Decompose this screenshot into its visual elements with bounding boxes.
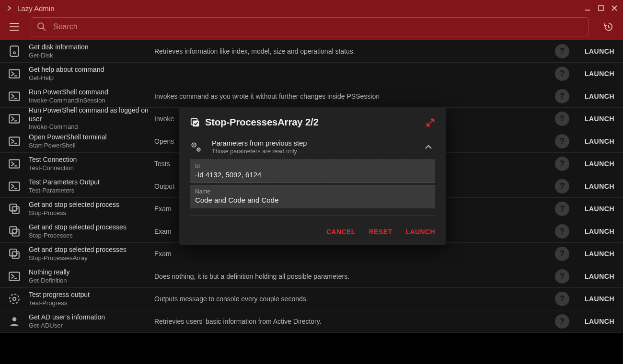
ps-icon	[7, 89, 22, 104]
item-title: Test Connection	[29, 156, 154, 164]
help-button[interactable]: ?	[555, 292, 569, 306]
svg-rect-13	[10, 227, 16, 233]
item-title: Get and stop selected processes	[29, 246, 154, 254]
param-field-id: Id -Id 4132, 5092, 6124	[190, 159, 435, 183]
launch-button[interactable]: LAUNCH	[583, 67, 616, 80]
field-value: Code and Code and Code	[195, 196, 430, 204]
launch-button[interactable]: LAUNCH	[583, 90, 616, 103]
item-text: Test progress outputTest-Progress	[29, 291, 154, 307]
ps-icon	[7, 111, 22, 126]
launch-button[interactable]: LAUNCH	[583, 135, 616, 148]
item-text: Get and stop selected processesStop-Proc…	[29, 246, 154, 262]
ps-icon	[7, 134, 22, 149]
help-button[interactable]: ?	[555, 67, 569, 81]
item-description: Invokes command as you wrote it without …	[154, 92, 555, 100]
svg-point-4	[13, 52, 15, 54]
launch-button[interactable]: LAUNCH	[583, 45, 616, 58]
menu-button[interactable]	[6, 18, 23, 35]
item-text: Run PowerShell commandInvoke-CommandInSe…	[29, 88, 154, 104]
list-item[interactable]: Test progress outputTest-ProgressOutputs…	[0, 288, 623, 310]
help-button[interactable]: ?	[555, 179, 569, 193]
item-text: Get and stop selected processesStop-Proc…	[29, 223, 154, 239]
item-subtitle: Get-Disk	[29, 52, 154, 59]
field-label: Name	[195, 188, 430, 195]
help-button[interactable]: ?	[555, 224, 569, 239]
launch-button[interactable]: LAUNCH	[583, 180, 616, 193]
help-button[interactable]: ?	[555, 247, 569, 261]
item-title: Nothing really	[29, 268, 154, 277]
help-button[interactable]: ?	[555, 112, 569, 126]
ps-icon	[7, 66, 22, 81]
search-field[interactable]	[31, 17, 588, 36]
item-subtitle: Get-Help	[29, 74, 154, 82]
launch-button[interactable]: LAUNCH	[583, 270, 616, 283]
item-text: Nothing reallyGet-Definition	[29, 268, 154, 284]
help-button[interactable]: ?	[555, 157, 569, 171]
list-item[interactable]: Get disk informationGet-DiskRetrieves in…	[0, 40, 623, 63]
help-button[interactable]: ?	[555, 89, 569, 103]
field-label: Id	[195, 163, 430, 170]
app-title: Lazy Admin	[17, 4, 55, 12]
launch-button[interactable]: LAUNCH	[583, 292, 616, 306]
item-title: Get and stop selected process	[29, 201, 154, 209]
cancel-button[interactable]: CANCEL	[326, 228, 356, 236]
item-text: Test Parameters OutputTest-Parameters	[29, 178, 154, 194]
maximize-button[interactable]	[597, 4, 605, 12]
launch-button[interactable]: LAUNCH	[583, 315, 616, 328]
launch-button[interactable]: LAUNCH	[583, 202, 616, 216]
item-subtitle: Get-ADUser	[29, 322, 154, 330]
launch-button[interactable]: LAUNCH	[583, 157, 616, 171]
history-button[interactable]	[600, 18, 617, 35]
help-button[interactable]: ?	[555, 44, 569, 58]
section-heading: Parameters from previous step	[212, 139, 422, 147]
launch-dialog: Stop-ProcessesArray 2/2 Parameters from …	[179, 107, 446, 245]
section-subheading: Those parameters are read only	[212, 148, 422, 155]
svg-point-18	[10, 294, 19, 304]
item-subtitle: Invoke-CommandInSession	[29, 97, 154, 104]
item-subtitle: Start-PowerShell	[29, 142, 154, 149]
launch-button[interactable]: LAUNCH	[405, 228, 435, 236]
param-field-name: Name Code and Code and Code	[190, 185, 435, 208]
item-title: Test Parameters Output	[29, 178, 154, 187]
parameters-section-header[interactable]: Parameters from previous step Those para…	[179, 131, 446, 159]
help-button[interactable]: ?	[555, 134, 569, 148]
launch-button[interactable]: LAUNCH	[583, 225, 616, 238]
toolbar	[0, 16, 623, 40]
search-input[interactable]	[53, 23, 582, 31]
launch-button[interactable]: LAUNCH	[583, 112, 616, 125]
reset-button[interactable]: RESET	[369, 228, 392, 236]
item-title: Open PowerShell terminal	[29, 133, 154, 142]
help-button[interactable]: ?	[555, 269, 569, 284]
search-icon	[37, 22, 46, 32]
check-icon	[7, 224, 22, 239]
item-text: Test ConnectionTest-Connection	[29, 156, 154, 172]
list-item[interactable]: Nothing reallyGet-DefinitionDoes nothing…	[0, 265, 623, 288]
titlebar: Lazy Admin	[0, 0, 623, 16]
item-subtitle: Test-Connection	[29, 164, 154, 172]
minimize-button[interactable]	[584, 4, 591, 12]
chevron-up-icon[interactable]	[422, 140, 435, 154]
item-description: Retrieves information like index, model,…	[154, 47, 555, 55]
list-item[interactable]: Get and stop selected processesStop-Proc…	[0, 243, 623, 265]
list-item[interactable]: Get help about commandGet-Help?LAUNCH	[0, 63, 623, 85]
item-subtitle: Test-Parameters	[29, 187, 154, 194]
item-title: Run PowerShell command as logged on user	[29, 106, 154, 123]
item-text: Get help about commandGet-Help	[29, 66, 154, 82]
svg-rect-0	[585, 10, 590, 11]
gears-icon	[190, 141, 205, 153]
help-button[interactable]: ?	[555, 202, 569, 216]
launch-button[interactable]: LAUNCH	[583, 247, 616, 261]
close-button[interactable]	[611, 4, 618, 12]
help-button[interactable]: ?	[555, 314, 569, 329]
item-text: Run PowerShell command as logged on user…	[29, 106, 154, 131]
svg-rect-1	[599, 6, 603, 11]
list-item[interactable]: Run PowerShell commandInvoke-CommandInSe…	[0, 85, 623, 108]
ps-icon	[7, 156, 22, 171]
svg-point-2	[38, 23, 44, 29]
list-item[interactable]: Get AD user's informationGet-ADUserRetri…	[0, 310, 623, 333]
item-description: Retrievies users' basic information from…	[154, 318, 555, 325]
svg-rect-22	[193, 120, 199, 126]
item-text: Get AD user's informationGet-ADUser	[29, 313, 154, 330]
expand-icon[interactable]	[426, 118, 435, 127]
item-subtitle: Stop-ProcessesArray	[29, 254, 154, 262]
